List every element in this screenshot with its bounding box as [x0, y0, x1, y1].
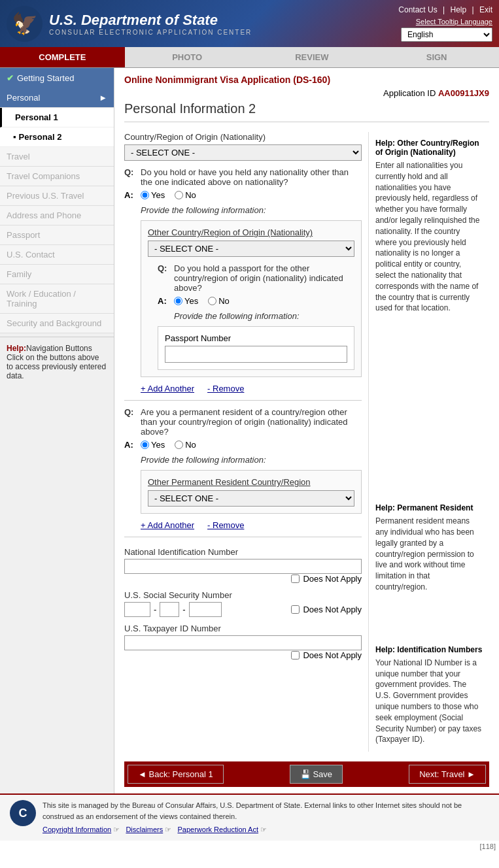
help-nationality-title: Help: — [375, 139, 395, 148]
sub-section-nationality: Other Country/Region of Origin (National… — [141, 220, 362, 377]
q1-answer-row: A: Yes No — [124, 190, 362, 200]
footer: C This site is managed by the Bureau of … — [0, 793, 499, 841]
exit-link[interactable]: Exit — [479, 5, 492, 14]
tab-review[interactable]: REVIEW — [250, 47, 375, 67]
online-app-title: Online Nonimmigrant Visa Application (DS… — [124, 75, 489, 85]
save-button[interactable]: 💾 Save — [290, 765, 343, 784]
q3-yes-text: Yes — [151, 440, 165, 450]
ssn-part3-input[interactable] — [189, 602, 222, 617]
sidebar-item-family[interactable]: Family — [0, 265, 114, 284]
chevron-right-icon: ► — [99, 93, 107, 103]
ssn-dna-checkbox[interactable] — [291, 605, 300, 614]
nationality-form-section: Country/Region of Origin (Nationality) -… — [124, 132, 362, 660]
q1-text: Do you hold or have you held any nationa… — [141, 167, 362, 187]
sidebar-personal2-label: Personal 2 — [19, 132, 62, 142]
q3-yes-label[interactable]: Yes — [141, 440, 165, 450]
sidebar-personal1-label: Personal 1 — [15, 112, 58, 122]
national-id-input[interactable] — [124, 559, 362, 574]
copyright-link[interactable]: Copyright Information — [43, 826, 111, 833]
help-id-title: Help: — [375, 645, 395, 654]
next-button[interactable]: Next: Travel ► — [409, 765, 486, 784]
sidebar-item-address-phone[interactable]: Address and Phone — [0, 206, 114, 225]
q1-no-radio[interactable] — [175, 191, 183, 199]
passport-box: Passport Number — [158, 326, 354, 370]
other-perm-resident-select[interactable]: - SELECT ONE - — [148, 490, 354, 507]
sidebar-item-us-contact[interactable]: U.S. Contact — [0, 245, 114, 265]
national-id-dna-checkbox[interactable] — [291, 575, 300, 583]
sidebar-item-passport[interactable]: Passport — [0, 225, 114, 245]
ssn-dna-row: Does Not Apply — [291, 605, 362, 614]
sidebar-help: Help:Navigation Buttons Click on the but… — [0, 337, 114, 387]
q2-yes-label[interactable]: Yes — [174, 296, 198, 306]
tooltip-lang-label: Select Tooltip Language — [416, 18, 492, 25]
national-id-dna-label: Does Not Apply — [303, 574, 362, 584]
passport-number-input[interactable] — [165, 346, 347, 363]
separator-2 — [124, 537, 362, 537]
sidebar-item-personal2[interactable]: ▪Personal 2 — [0, 127, 114, 147]
nationality-select[interactable]: - SELECT ONE - — [124, 144, 362, 161]
check-icon: ✔ — [7, 73, 14, 83]
q3-answer-row: A: Yes No — [124, 440, 362, 450]
q3-no-label[interactable]: No — [175, 440, 196, 450]
nav-tabs: COMPLETE PHOTO REVIEW SIGN — [0, 47, 499, 68]
separator-1 — [124, 400, 362, 401]
footer-logo: C — [10, 800, 36, 826]
remove-link-2[interactable]: - Remove — [207, 520, 244, 530]
q2-section: Q: Do you hold a passport for the other … — [158, 263, 354, 370]
sidebar-item-travel[interactable]: Travel — [0, 147, 114, 167]
q2-no-radio[interactable] — [208, 297, 216, 305]
header: 🦅 U.S. Department of State CONSULAR ELEC… — [0, 0, 499, 47]
q2-yes-radio[interactable] — [174, 297, 182, 305]
sidebar-getting-started[interactable]: ✔ Getting Started — [0, 68, 114, 88]
content-area: Online Nonimmigrant Visa Application (DS… — [114, 68, 499, 793]
ssn-part1-input[interactable] — [124, 602, 150, 617]
sidebar-item-previous-us-travel[interactable]: Previous U.S. Travel — [0, 186, 114, 206]
contact-us-link[interactable]: Contact Us — [398, 5, 437, 14]
q1-yes-radio[interactable] — [141, 191, 149, 199]
add-another-link-2[interactable]: + Add Another — [141, 520, 194, 530]
sidebar-item-travel-companions[interactable]: Travel Companions — [0, 167, 114, 186]
q3-yes-radio[interactable] — [141, 441, 149, 449]
sidebar-item-personal[interactable]: Personal ► — [0, 88, 114, 108]
sidebar-item-security[interactable]: Security and Background — [0, 314, 114, 333]
q1-no-text: No — [185, 190, 196, 200]
header-title: U.S. Department of State CONSULAR ELECTR… — [49, 12, 252, 36]
add-remove-row-2: + Add Another - Remove — [141, 520, 362, 530]
q2-text: Do you hold a passport for the other cou… — [174, 263, 354, 293]
tab-sign[interactable]: SIGN — [374, 47, 499, 67]
us-seal: 🦅 — [7, 6, 43, 42]
paperwork-link[interactable]: Paperwork Reduction Act — [177, 826, 258, 833]
q2-yes-text: Yes — [184, 296, 198, 306]
tab-photo[interactable]: PHOTO — [125, 47, 250, 67]
sidebar-item-work[interactable]: Work / Education / Training — [0, 284, 114, 314]
help-id-text: Your National ID Number is a unique numb… — [375, 658, 483, 745]
q2-answer-row: A: Yes No — [158, 296, 354, 306]
other-nationality-label: Other Country/Region of Origin (National… — [148, 227, 354, 237]
ssn-part2-input[interactable] — [160, 602, 179, 617]
back-button[interactable]: ◄ Back: Personal 1 — [128, 765, 224, 784]
taxpayer-dna-label: Does Not Apply — [303, 650, 362, 660]
q2-radio-group: Yes No — [174, 296, 230, 306]
q1-radio-group: Yes No — [141, 190, 196, 200]
language-select[interactable]: English Español Français — [401, 27, 492, 42]
page-title: Personal Information 2 — [124, 101, 489, 122]
q3-row: Q: Are you a permanent resident of a cou… — [124, 407, 362, 437]
q3-no-radio[interactable] — [175, 441, 183, 449]
help-link[interactable]: Help — [451, 5, 467, 14]
taxpayer-dna-checkbox[interactable] — [291, 651, 300, 659]
provide-info-3: Provide the following information: — [141, 455, 362, 465]
other-nationality-select[interactable]: - SELECT ONE - — [148, 241, 354, 257]
taxpayer-id-input[interactable] — [124, 635, 362, 650]
remove-link-1[interactable]: - Remove — [207, 384, 244, 393]
q1-yes-label[interactable]: Yes — [141, 190, 165, 200]
add-another-link-1[interactable]: + Add Another — [141, 384, 194, 393]
q2-no-label[interactable]: No — [208, 296, 230, 306]
sidebar-item-personal1[interactable]: Personal 1 — [0, 108, 114, 127]
main-container: ✔ Getting Started Personal ► Personal 1 … — [0, 68, 499, 793]
id-section: National Identification Number Does Not … — [124, 547, 362, 660]
help-perm-title: Help: — [375, 503, 395, 512]
disclaimers-link[interactable]: Disclaimers — [126, 826, 163, 833]
q1-no-label[interactable]: No — [175, 190, 196, 200]
ssn-label: U.S. Social Security Number — [124, 590, 362, 600]
tab-complete[interactable]: COMPLETE — [0, 47, 125, 67]
